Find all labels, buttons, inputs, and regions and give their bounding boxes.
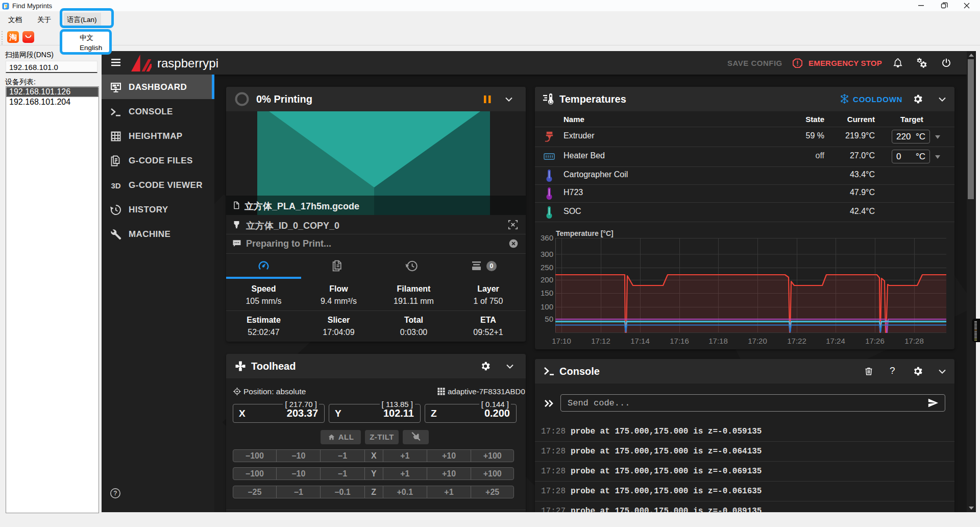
svg-text:17:20: 17:20 (748, 337, 767, 345)
svg-text:17:26: 17:26 (865, 337, 885, 345)
svg-text:17:18: 17:18 (708, 337, 728, 345)
svg-text:200: 200 (541, 275, 553, 284)
svg-text:50: 50 (545, 315, 553, 323)
svg-text:17:22: 17:22 (787, 337, 806, 345)
svg-text:100: 100 (541, 302, 553, 311)
svg-text:?: ? (113, 490, 117, 497)
svg-text:17:14: 17:14 (630, 337, 650, 345)
svg-text:17:16: 17:16 (670, 337, 689, 345)
svg-text:17:10: 17:10 (552, 337, 571, 345)
svg-text:17:24: 17:24 (826, 337, 845, 345)
svg-text:250: 250 (541, 263, 553, 272)
svg-text:360: 360 (541, 233, 553, 242)
svg-text:17:12: 17:12 (591, 337, 610, 345)
svg-text:17:28: 17:28 (904, 337, 924, 345)
svg-text:Temperature [°C]: Temperature [°C] (556, 229, 614, 237)
svg-text:300: 300 (541, 250, 553, 258)
svg-text:150: 150 (541, 289, 553, 297)
svg-text:3D: 3D (111, 181, 120, 190)
